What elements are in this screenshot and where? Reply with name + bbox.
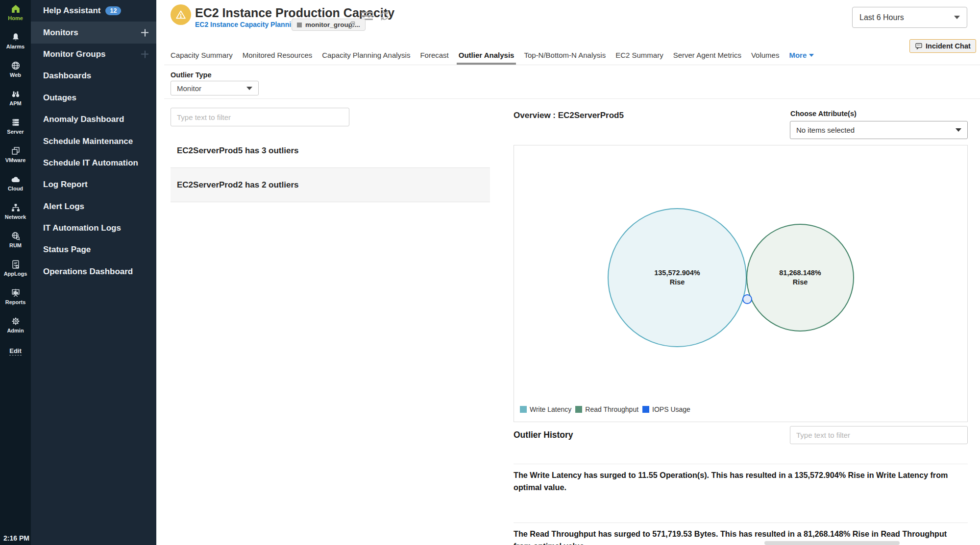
outlier-type-dropdown[interactable]: Monitor xyxy=(171,81,259,95)
chevron-down-icon xyxy=(809,54,814,57)
sidebar-item-label: Schedule IT Automation xyxy=(43,158,138,168)
sidebar-item-label: Status Page xyxy=(43,245,91,255)
tab-volumes[interactable]: Volumes xyxy=(751,45,780,65)
sidebar-item-monitor-groups[interactable]: Monitor Groups xyxy=(31,44,156,65)
tab-forecast[interactable]: Forecast xyxy=(420,45,448,65)
network-icon xyxy=(10,202,21,213)
plus-icon[interactable] xyxy=(141,50,148,58)
rail-item-web[interactable]: Web xyxy=(0,57,31,85)
tag-icon[interactable] xyxy=(346,21,356,32)
rail-item-apm[interactable]: APM xyxy=(0,85,31,114)
rail-item-reports[interactable]: Reports xyxy=(0,284,31,312)
choose-attributes-dropdown[interactable]: No items selected xyxy=(790,121,968,139)
breadcrumb-link[interactable]: EC2 Instance Capacity Planning xyxy=(195,21,299,28)
tab-server-agent-metrics[interactable]: Server Agent Metrics xyxy=(673,45,741,65)
sidebar-item-alert-logs[interactable]: Alert Logs xyxy=(31,196,156,217)
tab-capacity-summary[interactable]: Capacity Summary xyxy=(171,45,233,65)
bell-icon xyxy=(10,32,21,43)
sidebar-item-status-page[interactable]: Status Page xyxy=(31,239,156,261)
sidebar-item-log-report[interactable]: Log Report xyxy=(31,174,156,195)
rail-item-label: Home xyxy=(8,15,23,21)
icon-rail: Home Alarms Web APM Server VMware Cloud xyxy=(0,0,31,545)
tab-top-n-bottom-n-analysis[interactable]: Top-N/Bottom-N Analysis xyxy=(524,45,606,65)
legend-label: Write Latency xyxy=(530,405,571,413)
rail-item-cloud[interactable]: Cloud xyxy=(0,170,31,199)
sidebar-item-label: Alert Logs xyxy=(43,202,84,212)
rail-item-alarms[interactable]: Alarms xyxy=(0,28,31,57)
bubble-write-latency[interactable]: 135,572.904% Rise xyxy=(608,208,747,347)
legend-swatch-write-latency xyxy=(520,406,527,413)
plus-icon[interactable] xyxy=(141,29,148,36)
sidebar-item-monitors[interactable]: Monitors xyxy=(31,22,156,43)
applogs-icon xyxy=(10,259,21,270)
tab-bar: Capacity Summary Monitored Resources Cap… xyxy=(164,45,980,65)
sidebar-item-it-automation-logs[interactable]: IT Automation Logs xyxy=(31,217,156,239)
rail-item-label: Reports xyxy=(5,299,26,305)
tab-monitored-resources[interactable]: Monitored Resources xyxy=(243,45,313,65)
tab-capacity-planning-analysis[interactable]: Capacity Planning Analysis xyxy=(322,45,410,65)
choose-attributes-value: No items selected xyxy=(796,126,855,134)
rail-item-network[interactable]: Network xyxy=(0,199,31,227)
chevron-down-icon xyxy=(954,16,960,19)
outlier-list: EC2ServerProd5 has 3 outliers EC2ServerP… xyxy=(171,134,490,202)
bubble-rise-label: Rise xyxy=(670,278,685,287)
sidebar-item-help-assistant[interactable]: Help Assistant 12 xyxy=(31,0,156,22)
bubble-value: 135,572.904% xyxy=(654,268,700,278)
refresh-icon[interactable] xyxy=(378,10,391,24)
sidebar-item-label: Schedule Maintenance xyxy=(43,137,133,146)
sidebar-item-anomaly-dashboard[interactable]: Anomaly Dashboard xyxy=(31,109,156,130)
legend-swatch-read-throughput xyxy=(575,406,582,413)
rail-item-label: RUM xyxy=(9,242,22,248)
sidebar-item-label: Outages xyxy=(43,93,76,103)
tab-more[interactable]: More xyxy=(789,51,814,59)
horizontal-scrollbar-thumb[interactable] xyxy=(764,541,900,545)
outlier-list-item-ec2serverprod5[interactable]: EC2ServerProd5 has 3 outliers xyxy=(171,134,490,168)
reports-icon xyxy=(10,287,21,298)
help-assistant-badge: 12 xyxy=(105,6,121,15)
sidebar-item-label: Monitors xyxy=(43,28,78,38)
history-entry-text: The Write Latency has surged to 11.55 Op… xyxy=(514,469,964,494)
legend-label: Read Throughput xyxy=(585,405,638,413)
globe-icon xyxy=(10,60,21,71)
time-range-value: Last 6 Hours xyxy=(859,13,904,22)
rail-item-rum[interactable]: RUM xyxy=(0,227,31,256)
clock-time: 2:16 PM xyxy=(3,534,29,542)
sidebar-item-dashboards[interactable]: Dashboards xyxy=(31,65,156,87)
rail-item-admin[interactable]: Admin xyxy=(0,312,31,341)
chevron-down-icon xyxy=(246,87,252,90)
time-range-dropdown[interactable]: Last 6 Hours xyxy=(852,7,967,28)
sidebar: Help Assistant 12 Monitors Monitor Group… xyxy=(31,0,156,545)
sidebar-item-schedule-maintenance[interactable]: Schedule Maintenance xyxy=(31,130,156,152)
rail-item-label: Edit xyxy=(9,347,22,355)
sidebar-item-operations-dashboard[interactable]: Operations Dashboard xyxy=(31,261,156,283)
rail-item-applogs[interactable]: AppLogs xyxy=(0,256,31,284)
tab-ec2-summary[interactable]: EC2 Summary xyxy=(615,45,663,65)
bubble-read-throughput[interactable]: 81,268.148% Rise xyxy=(746,224,854,332)
binoculars-icon xyxy=(10,89,21,99)
outlier-type-bar: Outlier Type Monitor xyxy=(164,65,980,99)
rail-item-vmware[interactable]: VMware xyxy=(0,142,31,170)
rail-item-home[interactable]: Home xyxy=(0,0,31,28)
server-icon xyxy=(10,117,21,128)
legend-label: IOPS Usage xyxy=(652,405,690,413)
sidebar-item-outages[interactable]: Outages xyxy=(31,87,156,109)
rail-item-server[interactable]: Server xyxy=(0,114,31,142)
rum-icon xyxy=(10,231,21,241)
bubble-iops-usage[interactable] xyxy=(742,294,752,304)
tab-outlier-analysis[interactable]: Outlier Analysis xyxy=(459,45,514,65)
sidebar-item-label: Anomaly Dashboard xyxy=(43,115,124,124)
chart-legend: Write Latency Read Throughput IOPS Usage xyxy=(520,405,694,413)
outlier-type-label: Outlier Type xyxy=(171,71,212,79)
outlier-list-filter-input[interactable] xyxy=(171,108,349,126)
sidebar-item-schedule-it-automation[interactable]: Schedule IT Automation xyxy=(31,152,156,174)
gear-icon xyxy=(10,316,21,327)
outlier-history-title: Outlier History xyxy=(514,430,573,440)
rail-item-label: AppLogs xyxy=(4,271,27,277)
outlier-list-item-ec2serverprod2[interactable]: EC2ServerProd2 has 2 outliers xyxy=(171,168,490,202)
rail-item-edit[interactable]: Edit xyxy=(0,341,31,369)
rail-item-label: VMware xyxy=(5,157,26,163)
outlier-history-filter-input[interactable] xyxy=(790,426,968,444)
rail-item-label: APM xyxy=(9,100,21,106)
rail-item-label: Server xyxy=(7,129,24,135)
bubble-rise-label: Rise xyxy=(793,278,808,287)
